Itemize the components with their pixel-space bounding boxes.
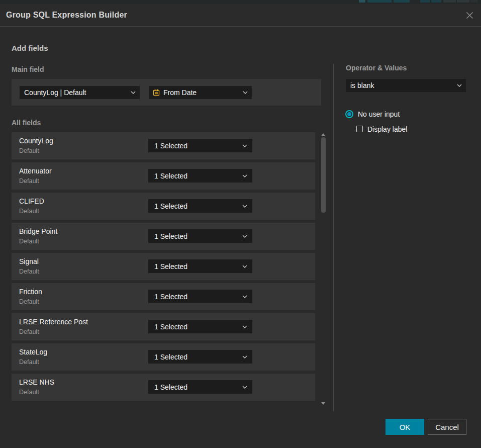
field-name: Signal — [19, 257, 39, 265]
field-subtitle: Default — [19, 389, 39, 396]
add-fields-heading: Add fields — [12, 44, 48, 52]
field-name: StateLog — [19, 348, 47, 356]
all-fields-label: All fields — [12, 119, 41, 127]
all-fields-list: CountyLogDefault1 SelectedAttenuatorDefa… — [12, 132, 315, 404]
field-selection-dropdown[interactable]: 1 Selected — [148, 290, 252, 303]
backdrop-fragment — [457, 0, 469, 3]
field-name: CountyLog — [19, 137, 53, 145]
field-row: CountyLogDefault1 Selected — [12, 132, 315, 159]
main-field-panel: CountyLog | Default From Date — [12, 79, 321, 106]
backdrop-fragment — [359, 0, 365, 3]
ok-button[interactable]: OK — [386, 419, 424, 435]
field-selection-dropdown[interactable]: 1 Selected — [148, 199, 252, 213]
chevron-down-icon — [242, 205, 247, 208]
dialog-title: Group SQL Expression Builder — [6, 4, 127, 26]
chevron-down-icon — [242, 174, 247, 177]
field-name: Attenuator — [19, 167, 52, 175]
chevron-down-icon — [242, 386, 247, 389]
field-subtitle: Default — [19, 147, 39, 154]
operator-dropdown[interactable]: is blank — [346, 79, 466, 92]
backdrop-fragment — [420, 0, 430, 3]
field-selection-value: 1 Selected — [148, 353, 187, 361]
field-row: LRSE Reference PostDefault1 Selected — [12, 313, 315, 340]
field-selection-dropdown[interactable]: 1 Selected — [148, 139, 252, 152]
field-name: CLIFED — [19, 197, 44, 205]
field-subtitle: Default — [19, 238, 39, 245]
chevron-down-icon — [457, 84, 462, 87]
operator-dropdown-value: is blank — [346, 81, 374, 89]
chevron-down-icon — [242, 355, 247, 359]
cancel-button[interactable]: Cancel — [428, 419, 466, 435]
field-selection-value: 1 Selected — [148, 172, 187, 180]
close-icon[interactable] — [464, 10, 475, 21]
display-label-label: Display label — [367, 126, 407, 133]
field-row: StateLogDefault1 Selected — [12, 343, 315, 371]
scrollbar-thumb[interactable] — [321, 137, 326, 213]
field-selection-value: 1 Selected — [148, 262, 187, 271]
field-subtitle: Default — [19, 177, 39, 185]
field-name: LRSE NHS — [19, 378, 54, 386]
field-selection-dropdown[interactable]: 1 Selected — [148, 380, 252, 394]
scrollbar-up-arrow[interactable] — [321, 133, 325, 136]
field-selection-value: 1 Selected — [148, 142, 187, 150]
field-subtitle: Default — [19, 298, 39, 305]
chevron-down-icon — [242, 325, 247, 328]
field-row: Bridge PointDefault1 Selected — [12, 223, 315, 250]
backdrop-fragment — [367, 0, 392, 3]
layer-dropdown-value: CountyLog | Default — [20, 88, 86, 97]
backdrop-fragment — [431, 0, 441, 3]
field-name: Bridge Point — [19, 227, 57, 235]
backdrop-strip — [0, 0, 481, 4]
backdrop-fragment — [394, 0, 410, 3]
chevron-down-icon — [242, 265, 247, 268]
radio-dot — [347, 112, 351, 116]
layer-dropdown[interactable]: CountyLog | Default — [20, 86, 140, 99]
field-subtitle: Default — [19, 359, 39, 366]
backdrop-fragment — [470, 0, 477, 3]
no-user-input-label: No user input — [358, 111, 400, 118]
chevron-down-icon — [242, 235, 247, 238]
field-selection-value: 1 Selected — [148, 232, 187, 240]
field-row: AttenuatorDefault1 Selected — [12, 162, 315, 190]
scrollbar-down-arrow[interactable] — [321, 402, 325, 405]
main-field-dropdown-value: From Date — [160, 88, 197, 97]
field-selection-value: 1 Selected — [148, 323, 187, 331]
chevron-down-icon — [243, 91, 248, 94]
field-selection-value: 1 Selected — [148, 293, 187, 301]
main-field-dropdown[interactable]: From Date — [149, 86, 252, 99]
field-selection-value: 1 Selected — [148, 383, 187, 391]
dialog-title-bar: Group SQL Expression Builder — [0, 4, 481, 27]
field-subtitle: Default — [19, 268, 39, 275]
no-user-input-radio[interactable] — [345, 110, 353, 118]
field-subtitle: Default — [19, 328, 39, 335]
display-label-checkbox[interactable] — [356, 126, 363, 132]
main-field-label: Main field — [12, 65, 44, 73]
field-row: CLIFEDDefault1 Selected — [12, 193, 315, 220]
field-row: LRSE NHSDefault1 Selected — [12, 374, 315, 401]
field-row: SignalDefault1 Selected — [12, 253, 315, 280]
field-subtitle: Default — [19, 208, 39, 215]
backdrop-fragment — [443, 0, 456, 3]
vertical-divider — [333, 64, 334, 411]
calendar-icon — [149, 89, 160, 96]
field-selection-dropdown[interactable]: 1 Selected — [148, 169, 252, 183]
field-selection-dropdown[interactable]: 1 Selected — [148, 350, 252, 364]
chevron-down-icon — [242, 295, 247, 298]
field-name: LRSE Reference Post — [19, 318, 88, 326]
field-selection-dropdown[interactable]: 1 Selected — [148, 320, 252, 333]
chevron-down-icon — [242, 144, 247, 147]
field-row: FrictionDefault1 Selected — [12, 283, 315, 310]
field-selection-value: 1 Selected — [148, 202, 187, 210]
chevron-down-icon — [131, 91, 136, 94]
operator-values-label: Operator & Values — [346, 64, 407, 72]
field-selection-dropdown[interactable]: 1 Selected — [148, 259, 252, 273]
field-selection-dropdown[interactable]: 1 Selected — [148, 229, 252, 243]
field-name: Friction — [19, 288, 42, 296]
